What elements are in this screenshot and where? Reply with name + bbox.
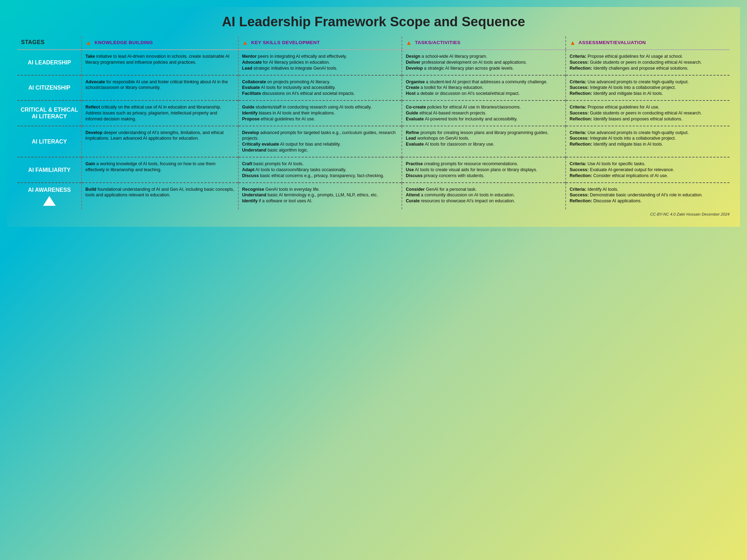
header-ae: ▲ ASSESSMENT/EVALUATION [566, 36, 729, 50]
stage-label: AI AWARENESS [19, 187, 79, 193]
kb-cell-1: Advocate for responsible AI use and fost… [82, 75, 238, 101]
table-row: CRITICAL & ETHICAL AI LITERACYReflect cr… [18, 100, 729, 126]
ta-cell-2: Co-create policies for ethical AI use in… [402, 100, 566, 126]
kb-cell-5: Build foundational understanding of AI a… [82, 183, 238, 209]
table-row: AI CITIZENSHIPAdvocate for responsible A… [18, 75, 729, 101]
ks-cell-0: Mentor peers in integrating AI ethically… [238, 50, 402, 75]
ae-cell-4: Criteria: Use AI tools for specific task… [566, 157, 729, 183]
ae-cell-5: Criteria: Identify AI tools.Success: Dem… [566, 183, 729, 209]
table-row: AI LEADERSHIPTake initiative to lead AI-… [18, 50, 729, 75]
ae-cell-0: Criteria: Propose ethical guidelines for… [566, 50, 729, 75]
ta-cell-3: Refine prompts for creating lesson plans… [402, 126, 566, 157]
stage-cell-1: AI CITIZENSHIP [18, 75, 82, 101]
ks-arrow-icon: ▲ [242, 39, 249, 47]
kb-cell-4: Gain a working knowledge of AI tools, fo… [82, 157, 238, 183]
stage-cell-5: AI AWARENESS [18, 183, 82, 209]
table-row: AI AWARENESSBuild foundational understan… [18, 183, 729, 209]
footer: CC-BY-NC 4.0 Zakir Hossain December 2024 [18, 212, 729, 216]
stage-label: AI FAMILIARITY [19, 167, 79, 173]
stage-cell-3: AI LITERACY [18, 126, 82, 157]
ae-arrow-icon: ▲ [570, 39, 576, 47]
ks-cell-1: Collaborate on projects promoting AI lit… [238, 75, 402, 101]
header-ta: ▲ TASKS/ACTIVITIES [402, 36, 566, 50]
arrow-up-icon [43, 196, 56, 206]
ta-cell-0: Design a school-wide AI literacy program… [402, 50, 566, 75]
table-row: AI LITERACYDevelop deeper understanding … [18, 126, 729, 157]
stage-label: AI LITERACY [19, 138, 79, 145]
ks-cell-2: Guide students/staff in conducting resea… [238, 100, 402, 126]
kb-arrow-icon: ▲ [85, 39, 92, 47]
table-header: STAGES ▲ KNOWLEDGE BUILDING ▲ KEY SKILLS… [18, 36, 729, 50]
header-stages: STAGES [18, 36, 82, 50]
page-title: AI Leadership Framework Scope and Sequen… [18, 14, 729, 29]
ks-cell-3: Develop advanced prompts for targeted ta… [238, 126, 402, 157]
stage-label: CRITICAL & ETHICAL AI LITERACY [19, 106, 79, 120]
kb-cell-2: Reflect critically on the ethical use of… [82, 100, 238, 126]
ae-cell-2: Criteria: Propose ethical guidelines for… [566, 100, 729, 126]
ta-cell-1: Organise a student-led AI project that a… [402, 75, 566, 101]
ta-cell-5: Consider GenAI for a personal task.Atten… [402, 183, 566, 209]
stage-cell-4: AI FAMILIARITY [18, 157, 82, 183]
stage-cell-2: CRITICAL & ETHICAL AI LITERACY [18, 100, 82, 126]
header-ks: ▲ KEY SKILLS DEVELOPMENT [238, 36, 402, 50]
ae-cell-1: Criteria: Use advanced prompts to create… [566, 75, 729, 101]
kb-cell-0: Take initiative to lead AI-driven innova… [82, 50, 238, 75]
kb-cell-3: Develop deeper understanding of AI's str… [82, 126, 238, 157]
table-row: AI FAMILIARITYGain a working knowledge o… [18, 157, 729, 183]
ta-arrow-icon: ▲ [406, 39, 412, 47]
framework-table: STAGES ▲ KNOWLEDGE BUILDING ▲ KEY SKILLS… [18, 36, 729, 209]
page-container: AI Leadership Framework Scope and Sequen… [7, 7, 740, 227]
ks-cell-4: Craft basic prompts for AI tools.Adapt A… [238, 157, 402, 183]
stage-label: AI CITIZENSHIP [19, 84, 79, 91]
ae-cell-3: Criteria: Use advanced prompts to create… [566, 126, 729, 157]
stage-cell-0: AI LEADERSHIP [18, 50, 82, 75]
ks-cell-5: Recognise GenAI tools in everyday life.U… [238, 183, 402, 209]
ta-cell-4: Practise creating prompts for resource r… [402, 157, 566, 183]
header-kb: ▲ KNOWLEDGE BUILDING [82, 36, 238, 50]
stage-label: AI LEADERSHIP [19, 59, 79, 66]
